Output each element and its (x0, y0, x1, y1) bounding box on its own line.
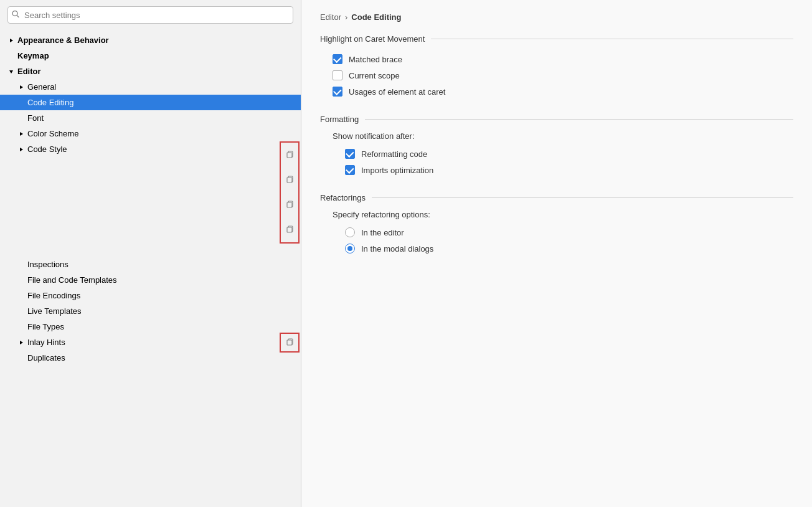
refactorings-section-label: Refactorings (320, 193, 793, 202)
copy-icon-4[interactable] (281, 217, 298, 242)
arrow-icon-general (17, 83, 25, 91)
checkbox-current-scope-box[interactable] (333, 70, 342, 80)
checkbox-matched-brace[interactable]: Matched brace (320, 51, 793, 67)
sidebar-item-general[interactable]: General (0, 79, 301, 95)
refactorings-sub-label: Specify refactoring options: (333, 210, 793, 219)
search-input[interactable] (7, 6, 293, 24)
svg-rect-12 (287, 202, 292, 207)
sidebar-item-code-style[interactable]: Code Style (0, 141, 301, 157)
radio-in-editor-label: In the editor (361, 228, 404, 237)
svg-marker-2 (10, 39, 13, 42)
formatting-section: Formatting Show notification after: Refo… (320, 115, 793, 178)
inlay-copy-icon-group (280, 333, 300, 353)
sidebar-item-font[interactable]: Font (0, 110, 301, 126)
radio-in-editor[interactable]: In the editor (333, 224, 793, 240)
formatting-section-label: Formatting (320, 115, 793, 124)
svg-marker-5 (20, 85, 23, 89)
right-panel: Editor › Code Editing Highlight on Caret… (301, 0, 812, 507)
checkbox-matched-brace-label: Matched brace (349, 55, 402, 64)
sidebar-item-code-editing[interactable]: Code Editing (0, 95, 301, 110)
copy-icons-group (280, 141, 300, 244)
svg-rect-11 (287, 178, 292, 182)
sidebar-label-inspections: Inspections (27, 260, 293, 269)
checkbox-reformatting-box[interactable] (345, 149, 355, 159)
breadcrumb-parent[interactable]: Editor (320, 12, 341, 22)
sidebar-label-live-templates: Live Templates (27, 306, 293, 316)
svg-marker-19 (20, 341, 23, 344)
checkbox-imports-box[interactable] (345, 165, 355, 175)
sidebar-item-editor[interactable]: Editor (0, 64, 301, 79)
copy-icon-3[interactable] (281, 192, 298, 217)
checkbox-imports-opt[interactable]: Imports optimization (333, 162, 793, 178)
sidebar-item-file-encodings[interactable]: File Encodings (0, 288, 301, 303)
code-style-row-wrapper: Code Style (0, 141, 301, 157)
inlay-hints-row-wrapper: Inlay Hints (0, 334, 301, 350)
formatting-sub-label: Show notification after: (333, 131, 793, 141)
sidebar-label-file-types: File Types (27, 322, 293, 331)
svg-marker-9 (20, 148, 23, 151)
arrow-icon-code-style (17, 146, 25, 153)
svg-rect-10 (287, 153, 292, 158)
sidebar-label-appearance: Appearance & Behavior (17, 36, 293, 45)
radio-in-editor-circle[interactable] (345, 227, 355, 237)
sidebar-item-inspections[interactable]: Inspections (0, 257, 301, 272)
checkbox-matched-brace-box[interactable] (333, 54, 342, 64)
sidebar-item-inlay-hints[interactable]: Inlay Hints (0, 334, 301, 350)
sidebar-item-keymap[interactable]: Keymap (0, 48, 301, 64)
checkbox-usages-element[interactable]: Usages of element at caret (320, 83, 793, 100)
sidebar-label-color-scheme: Color Scheme (27, 129, 293, 138)
radio-in-modal-label: In the modal dialogs (361, 244, 433, 254)
sidebar-label-code-style: Code Style (27, 145, 293, 154)
checkbox-usages-element-label: Usages of element at caret (349, 87, 445, 97)
sidebar-label-duplicates: Duplicates (27, 353, 293, 362)
inlay-copy-icon[interactable] (281, 334, 298, 351)
checkbox-reformatting-label: Reformatting code (361, 149, 427, 159)
arrow-icon-editor (7, 68, 15, 75)
breadcrumb: Editor › Code Editing (320, 12, 793, 22)
sidebar-item-appearance[interactable]: Appearance & Behavior (0, 32, 301, 48)
sidebar-label-keymap: Keymap (17, 51, 293, 60)
sidebar-item-color-scheme[interactable]: Color Scheme (0, 126, 301, 141)
radio-in-modal-circle[interactable] (345, 244, 355, 254)
arrow-icon-color-scheme (17, 130, 25, 138)
sidebar-label-code-editing: Code Editing (27, 98, 293, 107)
checkbox-usages-element-box[interactable] (333, 87, 342, 97)
copy-icon-2[interactable] (281, 168, 298, 192)
left-panel: Appearance & Behavior Keymap Editor Gene… (0, 0, 301, 507)
sidebar-item-live-templates[interactable]: Live Templates (0, 303, 301, 319)
sidebar-item-duplicates[interactable]: Duplicates (0, 350, 301, 366)
highlight-section-label: Highlight on Caret Movement (320, 34, 793, 44)
sidebar-item-file-types[interactable]: File Types (0, 319, 301, 334)
radio-in-modal[interactable]: In the modal dialogs (333, 240, 793, 257)
nav-tree: Appearance & Behavior Keymap Editor Gene… (0, 30, 301, 507)
svg-marker-8 (20, 132, 23, 136)
sidebar-label-font: Font (27, 113, 293, 123)
breadcrumb-separator: › (345, 12, 347, 22)
checkbox-current-scope-label: Current scope (349, 71, 400, 80)
copy-icon-1[interactable] (281, 143, 298, 168)
highlight-section: Highlight on Caret Movement Matched brac… (320, 34, 793, 100)
checkbox-reformatting[interactable]: Reformatting code (333, 146, 793, 162)
arrow-icon-inlay-hints (17, 339, 25, 346)
sidebar-label-editor: Editor (17, 67, 293, 76)
sidebar-label-inlay-hints: Inlay Hints (27, 338, 293, 347)
arrow-icon-appearance (7, 37, 15, 44)
svg-rect-20 (287, 340, 292, 345)
breadcrumb-current: Code Editing (351, 12, 401, 22)
sidebar-label-general: General (27, 82, 293, 92)
sidebar-item-file-code-templates[interactable]: File and Code Templates (0, 272, 301, 288)
refactorings-section: Refactorings Specify refactoring options… (320, 193, 793, 257)
checkbox-current-scope[interactable]: Current scope (320, 67, 793, 83)
sidebar-label-file-encodings: File Encodings (27, 291, 293, 300)
refactorings-sub: Specify refactoring options: In the edit… (333, 210, 793, 257)
checkbox-imports-label: Imports optimization (361, 166, 433, 175)
formatting-sub: Show notification after: Reformatting co… (333, 131, 793, 178)
svg-marker-4 (9, 70, 13, 73)
search-container (0, 0, 301, 30)
svg-rect-13 (287, 227, 292, 232)
sidebar-label-file-code-templates: File and Code Templates (27, 275, 293, 285)
